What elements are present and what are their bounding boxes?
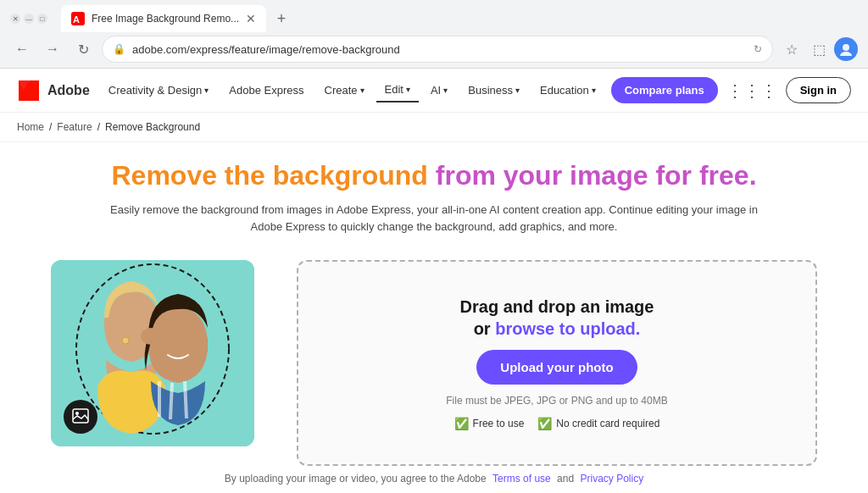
title-bar: ✕ — □ A Free Image Background Remo... ✕ …: [0, 0, 868, 30]
svg-text:A: A: [73, 14, 80, 25]
demo-image-container: [51, 260, 271, 446]
svg-point-12: [75, 412, 79, 415]
footer-and: and: [557, 473, 574, 485]
adobe-logo[interactable]: Adobe: [17, 79, 90, 102]
upload-badges: ✅ Free to use ✅ No credit card required: [454, 417, 660, 430]
demo-image: [51, 260, 254, 446]
nav-business-arrow: ▾: [515, 86, 520, 95]
tab-close-button[interactable]: ✕: [246, 12, 256, 25]
minimize-window-button[interactable]: —: [24, 14, 34, 24]
profile-avatar[interactable]: [834, 37, 858, 61]
lock-icon: 🔒: [113, 43, 125, 55]
apps-grid-icon[interactable]: ⋮⋮⋮: [726, 80, 777, 101]
image-cursor-icon: [71, 407, 90, 426]
tab-bar: A Free Image Background Remo... ✕ +: [61, 5, 293, 32]
nav-creativity-arrow: ▾: [204, 86, 209, 95]
adobe-name: Adobe: [47, 83, 90, 98]
close-window-button[interactable]: ✕: [10, 14, 20, 24]
window-controls: ✕ — □: [10, 14, 47, 24]
nav-business-label: Business: [468, 84, 513, 97]
hero-title-purple: from your image for free.: [436, 160, 757, 191]
nav-business[interactable]: Business ▾: [459, 79, 528, 102]
tab-title: Free Image Background Remo...: [92, 13, 239, 25]
footer-note: By uploading your image or video, you ag…: [0, 466, 868, 491]
hero-subtitle: Easily remove the background from images…: [95, 202, 773, 235]
nav-creativity-design[interactable]: Creativity & Design ▾: [100, 79, 218, 102]
refresh-small-icon: ↻: [754, 43, 762, 55]
nav-right: Compare plans ⋮⋮⋮ Sign in: [611, 77, 851, 103]
back-button[interactable]: ←: [10, 37, 34, 61]
address-text: adobe.com/express/feature/image/remove-b…: [132, 43, 747, 56]
tab-favicon: A: [71, 12, 85, 25]
nav-edit-label: Edit: [385, 83, 403, 96]
hero-section: Remove the background from your image fo…: [0, 142, 868, 260]
breadcrumb: Home / Feature / Remove Background: [0, 113, 868, 142]
hero-title: Remove the background from your image fo…: [34, 159, 834, 191]
page-content: Adobe Creativity & Design ▾ Adobe Expres…: [0, 69, 868, 493]
nav-ai-arrow: ▾: [443, 86, 448, 95]
signin-button[interactable]: Sign in: [786, 77, 851, 103]
active-tab[interactable]: A Free Image Background Remo... ✕: [61, 5, 266, 32]
nav-create-arrow: ▾: [360, 86, 364, 95]
upload-dropzone[interactable]: Drag and drop an image or browse to uplo…: [297, 260, 817, 466]
upload-photo-button[interactable]: Upload your photo: [476, 350, 637, 385]
extensions-button[interactable]: ⬚: [807, 37, 831, 61]
footer-text: By uploading your image or video, you ag…: [225, 473, 487, 485]
nav-create-label: Create: [325, 84, 358, 97]
terms-link[interactable]: Terms of use: [492, 473, 551, 485]
free-check-icon: ✅: [454, 417, 469, 430]
bookmark-button[interactable]: ☆: [780, 37, 804, 61]
upload-hint: File must be JPEG, JPG or PNG and up to …: [446, 395, 667, 407]
nav-ai[interactable]: AI ▾: [422, 79, 456, 102]
privacy-link[interactable]: Privacy Policy: [580, 473, 643, 485]
nav-create[interactable]: Create ▾: [316, 79, 373, 102]
hero-title-orange: Remove the background: [111, 160, 435, 191]
browser-nav-icons: ☆ ⬚: [780, 37, 858, 61]
svg-point-3: [840, 52, 852, 56]
breadcrumb-separator-1: /: [49, 121, 52, 133]
nav-education-label: Education: [540, 84, 589, 97]
nav-ai-label: AI: [431, 84, 441, 97]
nav-education-arrow: ▾: [592, 86, 596, 95]
nav-education[interactable]: Education ▾: [531, 79, 604, 102]
nav-creativity-label: Creativity & Design: [108, 84, 203, 97]
nav-edit-arrow: ▾: [406, 85, 410, 94]
breadcrumb-feature[interactable]: Feature: [57, 121, 92, 133]
breadcrumb-separator-2: /: [97, 121, 100, 133]
breadcrumb-current: Remove Background: [105, 121, 200, 133]
site-nav: Adobe Creativity & Design ▾ Adobe Expres…: [0, 69, 868, 113]
breadcrumb-home[interactable]: Home: [17, 121, 44, 133]
nav-bar: ← → ↻ 🔒 adobe.com/express/feature/image/…: [0, 30, 868, 68]
compare-plans-button[interactable]: Compare plans: [611, 77, 718, 103]
no-credit-card-label: No credit card required: [556, 418, 659, 429]
main-content: Drag and drop an image or browse to uplo…: [0, 260, 868, 466]
upload-or: or: [474, 319, 491, 338]
drag-text: Drag and drop an image: [460, 297, 654, 316]
svg-point-2: [843, 44, 849, 51]
nav-edit[interactable]: Edit ▾: [376, 78, 419, 102]
no-credit-card-badge: ✅ No credit card required: [537, 417, 659, 430]
free-to-use-badge: ✅ Free to use: [454, 417, 525, 430]
upload-title: Drag and drop an image or browse to uplo…: [460, 296, 654, 340]
browser-chrome: ✕ — □ A Free Image Background Remo... ✕ …: [0, 0, 868, 69]
no-card-check-icon: ✅: [537, 417, 552, 430]
new-tab-button[interactable]: +: [270, 7, 293, 30]
refresh-button[interactable]: ↻: [71, 37, 95, 61]
maximize-window-button[interactable]: □: [37, 14, 47, 24]
nav-adobe-express[interactable]: Adobe Express: [220, 79, 312, 102]
svg-point-9: [141, 328, 161, 345]
address-bar[interactable]: 🔒 adobe.com/express/feature/image/remove…: [102, 36, 773, 63]
nav-links: Creativity & Design ▾ Adobe Express Crea…: [100, 78, 611, 102]
browse-link[interactable]: browse to upload.: [495, 319, 640, 338]
forward-button[interactable]: →: [41, 37, 64, 61]
svg-point-10: [122, 337, 129, 344]
free-to-use-label: Free to use: [473, 418, 525, 429]
